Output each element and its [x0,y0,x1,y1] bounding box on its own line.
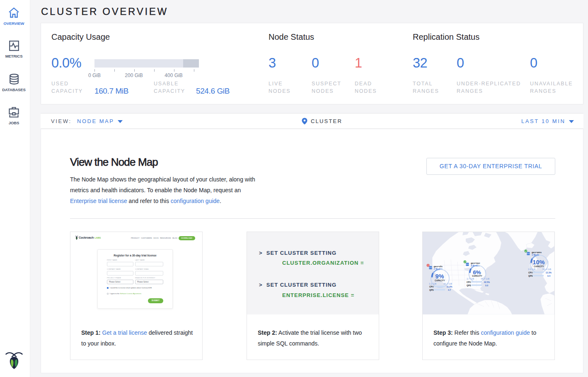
svg-text:4.7: 4.7 [448,289,451,291]
svg-text:42.5%: 42.5% [484,281,490,283]
svg-text:11.0%: 11.0% [447,285,452,288]
svg-text:CAPACITY: CAPACITY [435,280,445,282]
svg-text:0.4: 0.4 [547,275,550,277]
svg-text:geo=sfo: geo=sfo [434,265,443,268]
svg-text:35.1 GiB: 35.1 GiB [443,283,452,285]
svg-text:6%: 6% [473,269,481,276]
svg-text:56.4 GiB: 56.4 GiB [542,268,551,271]
svg-text:CPU: CPU [528,271,533,274]
svg-text:10%: 10% [532,259,544,266]
svg-text:CAPACITY: CAPACITY [534,266,544,268]
svg-text:12.3%: 12.3% [546,271,552,274]
svg-text:3.6 GiB: 3.6 GiB [528,268,535,271]
svg-text:9%: 9% [436,273,444,280]
svg-text:CPU: CPU [429,285,434,288]
svg-text:QPS: QPS [429,289,434,291]
svg-text:geo=ams: geo=ams [532,251,542,254]
svg-text:45.7 GiB: 45.7 GiB [481,278,489,280]
svg-text:0.0: 0.0 [485,284,488,287]
svg-text:geo=nyc: geo=nyc [471,262,480,264]
svg-text:3.7 GiB: 3.7 GiB [467,278,474,280]
svg-text:CAPACITY: CAPACITY [472,275,482,277]
svg-text:3.2 GiB: 3.2 GiB [429,283,436,285]
svg-text:QPS: QPS [528,275,533,277]
svg-text:CPU: CPU [467,281,471,283]
svg-text:QPS: QPS [467,284,471,287]
